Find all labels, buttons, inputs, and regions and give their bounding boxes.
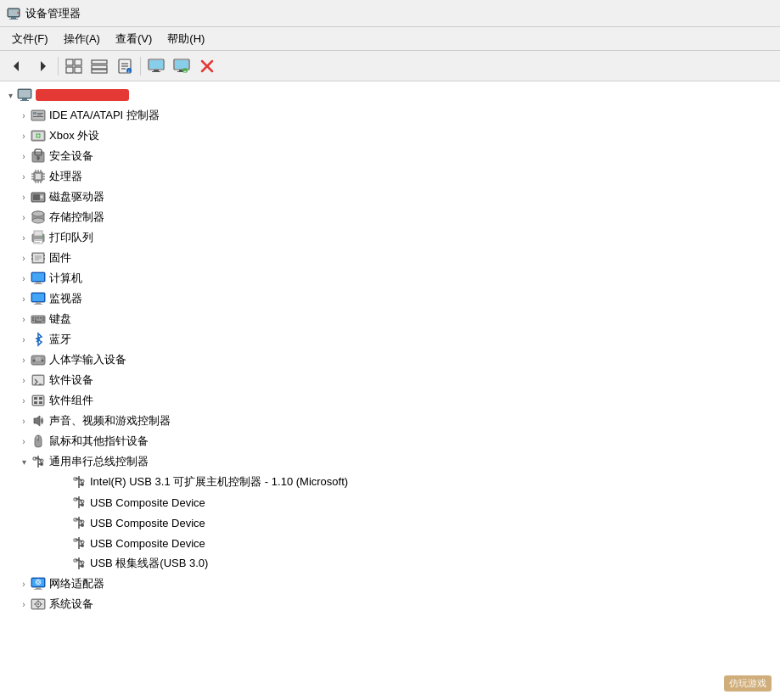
xbox-item[interactable]: › Xbox 外设 xyxy=(0,126,780,146)
monitor-button[interactable] xyxy=(144,54,168,78)
properties-button[interactable]: i xyxy=(113,54,137,78)
monitor-icon xyxy=(31,291,46,306)
print-icon xyxy=(31,230,46,245)
svg-marker-5 xyxy=(14,61,19,71)
menu-file[interactable]: 文件(F) xyxy=(5,29,55,49)
svg-rect-11 xyxy=(92,60,107,64)
svg-rect-120 xyxy=(34,401,37,404)
network-expand[interactable]: › xyxy=(17,577,31,591)
sound-item[interactable]: › 声音、视频和游戏控制器 xyxy=(0,411,780,431)
mouse-item[interactable]: › 鼠标和其他指针设备 xyxy=(0,431,780,451)
usb-comp1-item[interactable]: USB Composite Device xyxy=(0,492,780,512)
keyboard-expand[interactable]: › xyxy=(17,312,31,326)
hid-item[interactable]: › 人体学输入设备 xyxy=(0,350,780,370)
svg-rect-77 xyxy=(34,239,42,244)
svg-rect-40 xyxy=(37,115,42,115)
print-item[interactable]: › 打印队列 xyxy=(0,227,780,248)
usb-comp3-label: USB Composite Device xyxy=(90,537,205,550)
usb-comp2-item[interactable]: USB Composite Device xyxy=(0,512,780,533)
menu-action[interactable]: 操作(A) xyxy=(57,29,107,49)
usb-hub-item[interactable]: USB 根集线器(USB 3.0) xyxy=(0,553,780,574)
mouse-expand[interactable]: › xyxy=(17,434,31,448)
softcomp-expand[interactable]: › xyxy=(17,394,31,407)
processor-expand[interactable]: › xyxy=(17,170,31,183)
scan-button[interactable]: + xyxy=(170,54,194,78)
uninstall-button[interactable] xyxy=(195,54,219,78)
storage-expand[interactable]: › xyxy=(17,210,31,224)
list-button[interactable] xyxy=(87,54,111,78)
mouse-label: 鼠标和其他指针设备 xyxy=(49,434,149,449)
toolbar-separator-1 xyxy=(58,57,59,76)
keyboard-item[interactable]: › 键盘 xyxy=(0,309,780,329)
diskdrive-expand[interactable]: › xyxy=(17,190,31,204)
computer-item[interactable]: › 计算机 xyxy=(0,268,780,288)
storage-item[interactable]: › 存储控制器 xyxy=(0,207,780,227)
computer-label: 计算机 xyxy=(49,271,82,286)
usb-expand[interactable]: ▾ xyxy=(17,455,31,468)
monitor-item[interactable]: › 监视器 xyxy=(0,288,780,309)
svg-point-73 xyxy=(32,218,44,223)
monitor-expand[interactable]: › xyxy=(17,292,31,305)
svg-point-152 xyxy=(81,524,84,527)
computer-expand[interactable]: › xyxy=(17,272,31,285)
storage-icon xyxy=(31,210,46,225)
svg-rect-170 xyxy=(34,589,42,590)
toolbar-separator-2 xyxy=(140,57,141,76)
softdev-expand[interactable]: › xyxy=(17,373,31,387)
softcomp-item[interactable]: › 软件组件 xyxy=(0,390,780,411)
usb-comp1-label: USB Composite Device xyxy=(90,496,205,509)
bluetooth-item[interactable]: › 蓝牙 xyxy=(0,329,780,350)
keyboard-label: 键盘 xyxy=(49,311,71,327)
xbox-expand[interactable]: › xyxy=(17,129,31,143)
title-bar-text: 设备管理器 xyxy=(25,6,81,21)
root-expand[interactable]: ▾ xyxy=(3,88,17,102)
softdev-item[interactable]: › 软件设备 xyxy=(0,370,780,390)
firmware-expand[interactable]: › xyxy=(17,251,31,265)
diskdrive-item[interactable]: › 磁盘驱动器 xyxy=(0,187,780,207)
overview-button[interactable] xyxy=(62,54,86,78)
svg-rect-78 xyxy=(35,240,42,241)
menu-help[interactable]: 帮助(H) xyxy=(160,29,211,49)
firmware-item[interactable]: › 固件 xyxy=(0,248,780,268)
print-expand[interactable]: › xyxy=(17,231,31,244)
usb-comp2-label: USB Composite Device xyxy=(90,517,205,529)
sound-label: 声音、视频和游戏控制器 xyxy=(49,413,171,428)
svg-point-74 xyxy=(32,211,44,216)
sysdev-item[interactable]: › 系统设备 xyxy=(0,594,780,614)
usb-comp3-item[interactable]: USB Composite Device xyxy=(0,533,780,553)
bluetooth-expand[interactable]: › xyxy=(17,333,31,346)
svg-rect-93 xyxy=(34,283,42,284)
sound-expand[interactable]: › xyxy=(17,414,31,428)
security-item[interactable]: › 安全设备 xyxy=(0,146,780,166)
usb-comp3-icon xyxy=(71,535,87,551)
svg-rect-12 xyxy=(92,65,107,69)
hid-icon xyxy=(31,352,46,367)
svg-rect-88 xyxy=(43,255,45,256)
bluetooth-label: 蓝牙 xyxy=(49,332,71,347)
ide-item[interactable]: › IDE ATA/ATAPI 控制器 xyxy=(0,105,780,126)
usb-item[interactable]: ▾ 通用串行总线控制器 xyxy=(0,451,780,472)
usb-intel-item[interactable]: Intel(R) USB 3.1 可扩展主机控制器 - 1.10 (Micros… xyxy=(0,472,780,492)
network-label: 网络适配器 xyxy=(49,576,104,591)
menu-view[interactable]: 查看(V) xyxy=(109,29,159,49)
svg-rect-35 xyxy=(20,100,29,101)
security-expand[interactable]: › xyxy=(17,149,31,163)
svg-rect-87 xyxy=(31,258,33,260)
processor-item[interactable]: › 处理器 xyxy=(0,166,780,187)
svg-rect-114 xyxy=(33,376,43,384)
hid-expand[interactable]: › xyxy=(17,353,31,367)
usb-comp1-icon xyxy=(71,495,87,510)
storage-label: 存储控制器 xyxy=(49,210,104,225)
svg-rect-95 xyxy=(32,294,44,301)
svg-rect-99 xyxy=(32,317,34,319)
root-node[interactable]: ▾ xyxy=(0,85,780,105)
back-button[interactable] xyxy=(5,54,29,78)
forward-button[interactable] xyxy=(31,54,54,78)
softcomp-label: 软件组件 xyxy=(49,393,93,408)
sysdev-expand[interactable]: › xyxy=(17,597,31,611)
network-item[interactable]: › 网络适配器 xyxy=(0,574,780,594)
usb-intel-label: Intel(R) USB 3.1 可扩展主机控制器 - 1.10 (Micros… xyxy=(90,474,348,490)
svg-rect-68 xyxy=(33,194,40,200)
hid-label: 人体学输入设备 xyxy=(49,352,126,367)
ide-expand[interactable]: › xyxy=(17,109,31,122)
